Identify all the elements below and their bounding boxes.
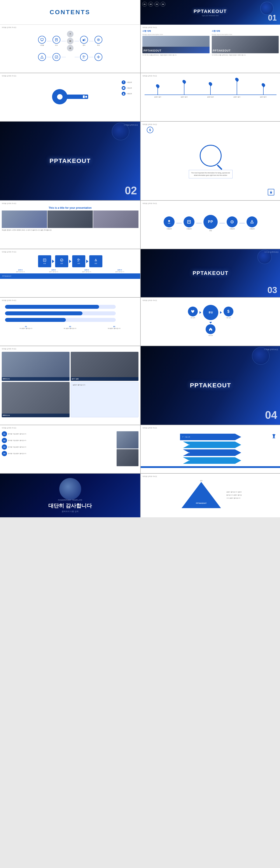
cover-slide-top: PPTAKEOUT Type your feedback here 01 01 …	[140, 0, 280, 25]
trophy-icon	[271, 433, 277, 440]
brand-text: PPTAKEOUT	[194, 8, 227, 14]
step-arrow-3	[86, 260, 88, 263]
svg-rect-11	[84, 39, 85, 41]
globe-03	[257, 250, 272, 264]
num-badge-02: 02	[2, 438, 7, 443]
number-04: 04	[265, 409, 277, 422]
gray-circle-1	[67, 31, 74, 37]
key-circle	[52, 89, 67, 104]
connector-8	[89, 57, 93, 57]
node-1: 사항입력	[164, 216, 174, 230]
img-card-3-label: 화력카드 03	[2, 413, 69, 417]
col-right-title: 사항 대해	[212, 30, 279, 33]
slide-arrow-steps: 제목을 입력해 주세요 ✓ 사업 소개 사업 목적 사업 내용	[141, 425, 280, 473]
slide-label-nodes: 제목을 입력해 주세요	[142, 203, 279, 205]
node-circle-2	[184, 216, 194, 227]
ci-dollar-circle: $	[224, 307, 233, 316]
step-box-3: 설명	[72, 255, 85, 267]
ci-arrow-down	[209, 322, 212, 323]
num-badge-01: 01	[2, 431, 7, 436]
search-handle	[217, 164, 222, 170]
ci-home-circle	[206, 324, 216, 334]
node-2: 사항입력	[184, 216, 194, 230]
key-label-1: 사항입력	[122, 80, 132, 84]
pin-label-5: 설명이 들어	[260, 96, 267, 98]
node-circle-4	[247, 216, 257, 227]
globe-02	[112, 123, 129, 140]
svg-rect-0	[41, 38, 43, 40]
slides-grid: 제목을 입력해 주세요 사항을 메모	[0, 25, 280, 517]
img-card-1: 화력카드 01	[2, 352, 69, 381]
key-icon-2	[122, 86, 125, 90]
slide-image-cards: 제목을 입력해 주세요 화력카드 01 설비기 설명 화력카드 03	[0, 346, 140, 425]
col-left: 사항 대해 Design layout description here PPT…	[142, 30, 209, 56]
slide-icon-flow: 제목을 입력해 주세요 사항을 메모	[0, 25, 140, 73]
img-card-2: 설비기 설명	[71, 352, 138, 381]
num-item-02: 02 분야별 기업 설명이 들어갑니다	[2, 438, 115, 443]
ci-heart-circle	[188, 307, 198, 316]
pin-1	[156, 84, 159, 95]
bar-row-3	[5, 318, 135, 322]
icon-item-2: 메모	[53, 36, 60, 46]
svg-text:PPTAKEOUT: PPTAKEOUT	[196, 502, 207, 504]
bottom-bar: PPTAKEOUT	[0, 273, 140, 279]
svg-point-15	[83, 56, 84, 57]
node-center: PP 중앙	[203, 215, 218, 232]
slide-label-key: 제목을 입력해 주세요	[2, 75, 138, 77]
slide-label-bars: 제목을 입력해 주세요	[2, 299, 138, 302]
pin-label-3: 설명이 들어	[207, 96, 214, 98]
arrow-step-row-3: 사업 내용	[180, 450, 241, 456]
col-right-body: 여기에 텍스트를 입력하세요. 적절한 분량이 대해야 합니다.	[212, 54, 279, 56]
key-icon-text-1: 사항입력	[127, 82, 132, 84]
slide-label-1: 제목을 입력해 주세요	[2, 26, 138, 29]
mosaic-img-2	[48, 211, 93, 228]
key-shaft	[66, 95, 88, 99]
image-mosaic	[2, 211, 138, 228]
thank-you-sub: 클릭하여 이름 입력	[62, 510, 79, 513]
svg-rect-28	[43, 259, 46, 261]
node-label-2: 사항입력	[186, 228, 192, 230]
slide-steps: 제목을 입력해 주세요 설명 설명 설명	[0, 249, 140, 297]
cover-slide-04: PPTAKEOUT 04 제목을 입력하세요	[141, 346, 280, 425]
pin-labels-row: 설명이 들어 설명이 들어 설명이 들어 설명이 들어 설명이 들어	[142, 95, 279, 99]
pin-2	[183, 80, 186, 95]
tab-03: 03	[155, 2, 159, 6]
num-badge-04: 04	[2, 451, 7, 456]
slide-map-pins: 제목을 입력해 주세요	[141, 73, 280, 121]
slide-label-imgcards: 제목을 입력해 주세요	[2, 348, 138, 350]
key-icon-1	[122, 80, 125, 84]
icon-label-1: 사항을	[40, 44, 44, 46]
num-text-01: 분야별 기업 설명이 들어갑니다	[8, 433, 26, 435]
nodes-content: 사항입력 사항입력 PP 중앙	[142, 205, 279, 242]
connector-6	[61, 57, 66, 57]
svg-point-22	[168, 220, 170, 222]
icon-group-center	[67, 31, 74, 51]
node-label-4: 사항입력	[249, 228, 255, 230]
pin-line-3	[210, 86, 211, 95]
step-box-2: 설명	[55, 255, 68, 267]
step-box-1: 설명	[38, 255, 51, 267]
node-4: 사항입력	[247, 216, 257, 230]
image-placeholder-left: PPTAKEOUT	[142, 36, 209, 53]
num-item-01: 01 분야별 기업 설명이 들어갑니다	[2, 431, 115, 436]
image-brand-right: PPTAKEOUT	[213, 49, 231, 52]
bar-labels-row: 01 01 설명이 들어갑니다 02 02 설명이 들어갑니다 03 03 설명…	[2, 324, 138, 331]
img-card-4: 설명이 들어갑니다	[71, 382, 138, 417]
node-connector-4	[239, 223, 245, 223]
key-hole	[57, 94, 62, 100]
svg-rect-8	[69, 40, 71, 42]
slide-search: 제목을 입력해 주세요 The most important the infor…	[141, 122, 280, 200]
icon-flow-row-2	[2, 53, 138, 61]
arrow-step-row-4: 사업 효과	[180, 457, 241, 464]
tab-02: 02	[148, 2, 153, 6]
col-right: 사항 대해 Design layout description here PPT…	[212, 30, 279, 56]
search-main-circle	[200, 145, 222, 166]
bar-container-1	[5, 305, 116, 309]
step-desc-4: 단계 04 설명이 들어갑니다	[115, 269, 124, 272]
slide-bottom-bar-arrows	[141, 466, 280, 468]
gray-circle-2	[67, 38, 74, 44]
step-arrow-1	[52, 260, 54, 263]
pin-label-4: 설명이 들어	[233, 96, 241, 98]
ci-arrow-2	[220, 311, 222, 314]
icon-item-1: 사항을	[38, 36, 46, 46]
